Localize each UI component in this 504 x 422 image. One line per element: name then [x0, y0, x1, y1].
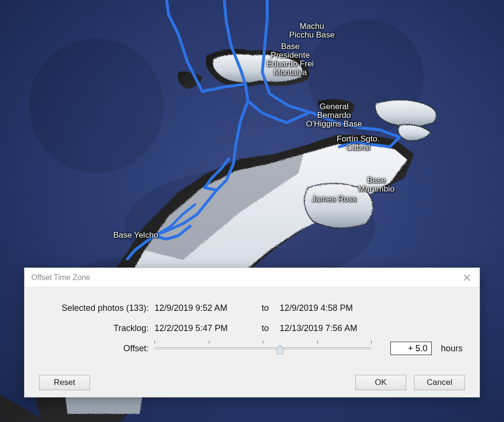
selected-photos-label: Selected photos (133):	[39, 303, 155, 313]
offset-slider[interactable]	[155, 343, 371, 354]
cancel-button[interactable]: Cancel	[414, 375, 465, 390]
dialog-body: Selected photos (133): 12/9/2019 9:52 AM…	[25, 287, 479, 358]
selected-photos-row: Selected photos (133): 12/9/2019 9:52 AM…	[39, 298, 465, 318]
to-label-2: to	[251, 323, 280, 333]
ok-button[interactable]: OK	[355, 375, 406, 390]
close-button[interactable]	[459, 270, 475, 285]
slider-ticks	[155, 343, 371, 354]
tracklog-row: Tracklog: 12/2/2019 5:47 PM to 12/13/201…	[39, 318, 465, 338]
map-area[interactable]: Machu Picchu BaseBase Presidente Eduardo…	[0, 0, 504, 422]
slider-thumb-icon	[277, 345, 284, 354]
to-label-1: to	[251, 303, 280, 313]
selected-end: 12/9/2019 4:58 PM	[280, 303, 386, 313]
tracklog-start: 12/2/2019 5:47 PM	[155, 323, 251, 333]
offset-label: Offset:	[39, 344, 155, 354]
close-icon	[464, 274, 470, 281]
tracklog-end: 12/13/2019 7:56 AM	[280, 323, 386, 333]
offset-input[interactable]	[390, 342, 432, 355]
offset-row: Offset: hours	[39, 338, 465, 358]
svg-point-1	[29, 38, 164, 173]
dialog-title: Offset Time Zone	[31, 273, 90, 282]
reset-button[interactable]: Reset	[39, 375, 90, 390]
dialog-titlebar[interactable]: Offset Time Zone	[25, 268, 479, 287]
offset-timezone-dialog: Offset Time Zone Selected photos (133): …	[24, 268, 480, 397]
tracklog-label: Tracklog:	[39, 323, 155, 333]
selected-start: 12/9/2019 9:52 AM	[155, 303, 251, 313]
slider-thumb[interactable]	[277, 345, 284, 354]
dialog-button-row: Reset OK Cancel	[25, 375, 479, 390]
hours-label: hours	[436, 344, 465, 354]
